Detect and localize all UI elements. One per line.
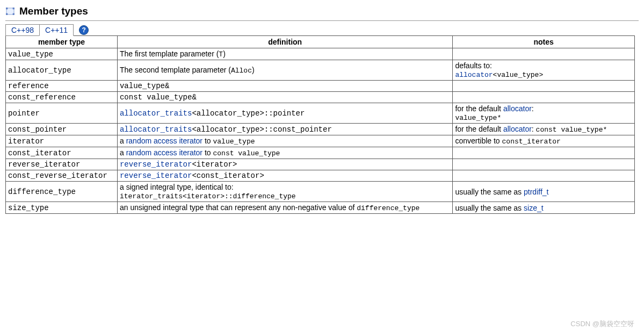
table-row: size_type an unsigned integral type that… [6,202,635,214]
cell-member-type: reverse_iterator [6,159,118,170]
cell-notes: usually the same as ptrdiff_t [453,182,635,202]
cell-member-type: difference_type [6,182,118,202]
cell-notes [453,92,635,103]
table-row: pointer allocator_traits<allocator_type>… [6,103,635,124]
ptrdiff-t-link[interactable]: ptrdiff_t [524,188,548,196]
table-row: reverse_iterator reverse_iterator<iterat… [6,159,635,170]
tabs: C++98 C++11 ? [5,24,639,36]
table-header-row: member type definition notes [6,36,635,48]
header-member-type: member type [6,36,118,48]
cell-definition: a random access iterator to const value_… [117,147,452,159]
cell-definition: a signed integral type, identical to: it… [117,182,452,202]
cell-notes: for the default allocator: value_type* [453,103,635,124]
cell-member-type: pointer [6,103,118,124]
table-row: const_reverse_iterator reverse_iterator<… [6,170,635,182]
header-definition: definition [117,36,452,48]
cell-definition: The first template parameter (T) [117,48,452,60]
cell-member-type: const_reference [6,92,118,103]
cell-member-type: const_pointer [6,124,118,135]
member-types-table: member type definition notes value_type … [5,35,635,214]
table-row: difference_type a signed integral type, … [6,182,635,202]
cell-definition: a random access iterator to value_type [117,135,452,147]
tab-cpp98[interactable]: C++98 [5,24,40,36]
cell-definition: allocator_traits<allocator_type>::const_… [117,124,452,135]
cell-definition: reverse_iterator<const_iterator> [117,170,452,182]
allocator-link[interactable]: allocator [503,104,532,113]
reverse-iterator-link[interactable]: reverse_iterator [120,160,192,169]
allocator-link[interactable]: allocator [455,71,493,79]
cell-member-type: size_type [6,202,118,214]
table-row: const_pointer allocator_traits<allocator… [6,124,635,135]
cell-member-type: const_reverse_iterator [6,170,118,182]
svg-rect-2 [13,8,15,10]
cell-notes: usually the same as size_t [453,202,635,214]
cell-definition: reverse_iterator<iterator> [117,159,452,170]
table-row: const_reference const value_type& [6,92,635,103]
header-notes: notes [453,36,635,48]
cell-notes: for the default allocator: const value_t… [453,124,635,135]
cell-member-type: iterator [6,135,118,147]
svg-rect-3 [6,13,8,15]
cell-definition: const value_type& [117,92,452,103]
cell-definition: The second template parameter (Alloc) [117,60,452,81]
section-divider [5,20,639,21]
cell-definition: an unsigned integral type that can repre… [117,202,452,214]
cell-notes [453,159,635,170]
allocator-link[interactable]: allocator [503,125,532,133]
section-title: Member types [19,5,88,17]
allocator-traits-link[interactable]: allocator_traits [120,125,192,134]
size-t-link[interactable]: size_t [524,204,544,212]
table-row: value_type The first template parameter … [6,48,635,60]
anchor-icon [5,6,15,16]
cell-notes: convertible to const_iterator [453,135,635,147]
section-header: Member types [5,5,639,17]
cell-member-type: const_iterator [6,147,118,159]
allocator-traits-link[interactable]: allocator_traits [120,109,192,118]
random-access-iterator-link[interactable]: random access iterator [126,148,202,157]
cell-notes [453,48,635,60]
help-icon[interactable]: ? [79,25,89,35]
reverse-iterator-link[interactable]: reverse_iterator [120,171,192,180]
cell-notes [453,170,635,182]
cell-member-type: reference [6,81,118,92]
cell-member-type: value_type [6,48,118,60]
table-row: iterator a random access iterator to val… [6,135,635,147]
tab-cpp11[interactable]: C++11 [39,24,74,36]
svg-rect-1 [6,8,8,10]
table-row: const_iterator a random access iterator … [6,147,635,159]
table-row: allocator_type The second template param… [6,60,635,81]
random-access-iterator-link[interactable]: random access iterator [126,136,202,145]
cell-member-type: allocator_type [6,60,118,81]
svg-rect-4 [13,13,15,15]
cell-definition: allocator_traits<allocator_type>::pointe… [117,103,452,124]
cell-notes: defaults to: allocator<value_type> [453,60,635,81]
cell-definition: value_type& [117,81,452,92]
cell-notes [453,147,635,159]
cell-notes [453,81,635,92]
table-row: reference value_type& [6,81,635,92]
